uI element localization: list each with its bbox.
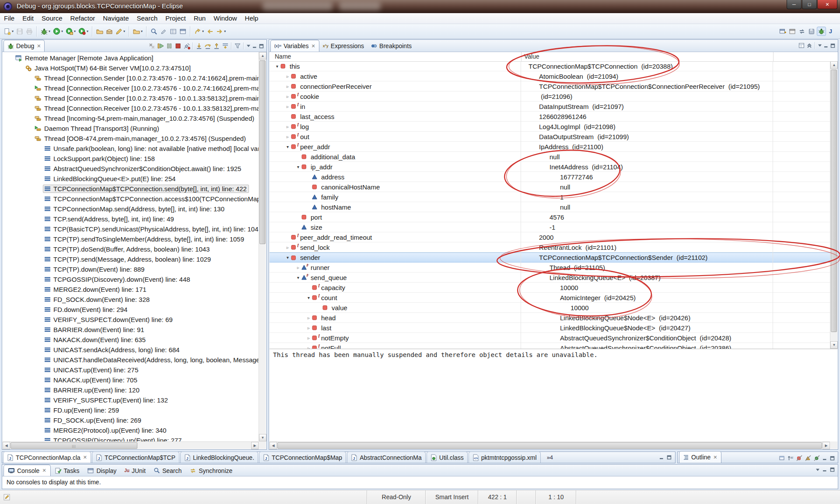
menu-refactor[interactable]: Refactor — [66, 13, 99, 24]
variable-row-active[interactable]: ▹activeAtomicBoolean (id=21094) — [270, 71, 830, 81]
view-menu-button[interactable] — [815, 467, 821, 472]
expand-arrow-icon[interactable]: ▹ — [284, 74, 291, 79]
collapse-arrow-icon[interactable]: ▾ — [284, 144, 291, 149]
chevron-down-icon[interactable]: ▾ — [224, 29, 226, 33]
collapse-arrow-icon[interactable]: ▾ — [295, 164, 301, 169]
variable-row-port[interactable]: port4576 — [270, 212, 830, 222]
debug-tree-row[interactable]: UNICAST.handleDataReceived(Address, long… — [3, 355, 259, 365]
step-into-button[interactable] — [195, 42, 203, 50]
use-step-filters-button[interactable] — [233, 42, 242, 50]
annotate-button[interactable]: ▾ — [115, 27, 126, 36]
close-icon[interactable]: ✕ — [713, 455, 717, 460]
debug-tree-row[interactable]: Thread [Connection.Sender [10.0.2.73:457… — [3, 93, 259, 103]
column-name[interactable]: Name — [275, 53, 291, 60]
expand-arrow-icon[interactable]: ▹ — [284, 134, 291, 139]
menu-window[interactable]: Window — [210, 13, 241, 24]
resume-button[interactable] — [156, 42, 165, 50]
step-return-button[interactable] — [212, 42, 221, 50]
run-external-button[interactable]: ▾ — [77, 27, 89, 36]
maximize-button[interactable] — [830, 42, 836, 49]
show-table-button[interactable] — [169, 27, 178, 36]
tab-expressions[interactable]: x²yExpressions — [319, 40, 368, 52]
expand-arrow-icon[interactable]: ▹ — [305, 315, 312, 320]
debug-tree-row[interactable]: TCP(BasicTCP).sendUnicast(PhysicalAddres… — [3, 224, 259, 234]
debug-tree-row[interactable]: VERIFY_SUSPECT.up(Event) line: 132 — [3, 395, 259, 405]
tab-search[interactable]: Search — [150, 465, 186, 476]
scrollbar-thumb[interactable]: ||| — [10, 442, 137, 449]
close-icon[interactable]: ✕ — [312, 43, 315, 49]
debug-tree-row[interactable]: Daemon Thread [Transport3] (Running) — [3, 123, 259, 133]
minimize-window-button[interactable]: ─ — [787, 0, 802, 9]
maximize-button[interactable] — [829, 455, 836, 462]
variable-row-last_access[interactable]: last_access1266028961246 — [270, 112, 830, 122]
chevron-down-icon[interactable]: ▾ — [74, 29, 76, 33]
chevron-down-icon[interactable]: ▾ — [61, 29, 63, 33]
debug-tree-row[interactable]: VERIFY_SUSPECT.down(Event) line: 69 — [3, 315, 259, 325]
debug-tree-row[interactable]: Thread [Connection.Receiver [10.0.2.73:4… — [3, 103, 259, 113]
debug-tree-row[interactable]: MERGE2(Protocol).up(Event) line: 340 — [3, 425, 259, 435]
focus-button[interactable] — [778, 454, 786, 462]
editor-tab-TCPConnectionMap$Map[interactable]: JTCPConnectionMap$Map — [259, 452, 346, 463]
chevron-down-icon[interactable]: ▾ — [202, 29, 204, 33]
debug-tree-row[interactable]: TCPConnectionMap$TCPConnection.send(byte… — [3, 184, 259, 194]
scroll-up-icon[interactable]: ▲ — [830, 61, 838, 69]
scrollbar-thumb[interactable] — [831, 70, 837, 332]
close-icon[interactable]: ✕ — [42, 468, 46, 473]
tab-breakpoints[interactable]: Breakpoints — [368, 40, 415, 52]
scroll-up-icon[interactable]: ▲ — [259, 52, 266, 60]
expand-arrow-icon[interactable]: ▹ — [284, 245, 291, 250]
debug-tree-row[interactable]: Unsafe.park(boolean, long) line: not ava… — [3, 144, 259, 154]
collapse-arrow-icon[interactable]: ▾ — [274, 64, 280, 69]
menu-project[interactable]: Project — [161, 13, 190, 24]
last-edit-button[interactable]: ▾ — [193, 27, 205, 36]
debug-tree-row[interactable]: TCP(TP).doSend(Buffer, Address, boolean)… — [3, 244, 259, 254]
expand-arrow-icon[interactable]: ▹ — [284, 124, 291, 129]
close-window-button[interactable]: ✕ — [817, 0, 837, 9]
view-menu-button[interactable] — [817, 43, 823, 48]
expand-arrow-icon[interactable]: ▹ — [284, 84, 291, 89]
column-value[interactable]: Value — [524, 53, 539, 60]
scroll-down-icon[interactable]: ▼ — [259, 434, 266, 441]
debug-tree-row[interactable]: Thread [Connection.Receiver [10.0.2.73:4… — [3, 83, 259, 93]
debug-tree-row[interactable]: Java HotSpot(TM) 64-Bit Server VM[10.0.2… — [3, 63, 259, 73]
expand-arrow-icon[interactable]: ▹ — [295, 265, 301, 270]
debug-tree-row[interactable]: Thread [Connection.Sender [10.0.2.73:457… — [3, 73, 259, 83]
debug-tree-row[interactable]: AbstractQueuedSynchronizer$ConditionObje… — [3, 164, 259, 174]
debug-tree-row[interactable]: TCP.send(Address, byte[], int, int) line… — [3, 214, 259, 224]
editor-tab-TCPConnectionMap$TCP[interactable]: JTCPConnectionMap$TCP — [92, 452, 179, 463]
debug-tree-row[interactable]: MERGE2.down(Event) line: 171 — [3, 284, 259, 294]
variable-row-this[interactable]: ▾thisTCPConnectionMap$TCPConnection (id=… — [270, 61, 830, 71]
maximize-button[interactable] — [258, 43, 265, 49]
hide-fields-button[interactable] — [795, 454, 803, 462]
variable-row-address[interactable]: address167772746 — [270, 172, 830, 182]
variable-row-canonicalHostName[interactable]: canonicalHostNamenull — [270, 182, 830, 192]
chevron-down-icon[interactable]: ▾ — [141, 29, 143, 33]
debug-tree-row[interactable]: TCPConnectionMap.send(Address, byte[], i… — [3, 204, 259, 214]
debug-vertical-scrollbar[interactable]: ▲ ▼ — [259, 52, 266, 441]
collapse-arrow-icon[interactable]: ▾ — [305, 295, 312, 300]
variable-row-out[interactable]: ▹foutDataOutputStream (id=21099) — [270, 132, 830, 142]
scroll-down-icon[interactable]: ▼ — [830, 341, 838, 349]
remove-terminated-button[interactable] — [147, 42, 156, 50]
chevron-down-icon[interactable]: ▾ — [12, 29, 14, 33]
editor-tab-pktmtntcpgossip.xml[interactable]: </>pktmtntcpgossip.xml — [469, 452, 541, 463]
drop-to-frame-button[interactable] — [221, 42, 230, 50]
debug-tree-row[interactable]: TCP(TP).sendToSingleMember(Address, byte… — [3, 234, 259, 244]
debug-perspective-button[interactable] — [817, 27, 826, 36]
team-sync-button[interactable] — [798, 27, 806, 36]
close-icon[interactable]: ✕ — [37, 43, 41, 49]
chevron-down-icon[interactable]: ▾ — [123, 29, 125, 33]
debug-tree-row[interactable]: Thread [OOB-474,prem-main,manager_10.0.2… — [3, 133, 259, 144]
forward-button[interactable]: ▾ — [215, 27, 227, 36]
variable-row-in[interactable]: ▹finDataInputStream (id=21097) — [270, 102, 830, 112]
menu-source[interactable]: Source — [38, 13, 66, 24]
debug-tree-row[interactable]: UNICAST.sendAck(Address, long) line: 684 — [3, 345, 259, 355]
maximize-button[interactable] — [829, 466, 836, 473]
debug-tree-row[interactable]: UNICAST.up(Event) line: 275 — [3, 365, 259, 375]
variable-row-last[interactable]: ▹lastLinkedBlockingQueue$Node<E> (id=204… — [270, 323, 830, 333]
minimize-button[interactable] — [822, 466, 828, 473]
variable-row-send_lock[interactable]: ▹fsend_lockReentrantLock (id=21101) — [270, 242, 830, 252]
collapse-all-button[interactable] — [805, 42, 813, 49]
new-project-button[interactable] — [95, 27, 104, 36]
editor-tab-LinkedBlockingQueue.[interactable]: JLinkedBlockingQueue. — [180, 452, 258, 463]
